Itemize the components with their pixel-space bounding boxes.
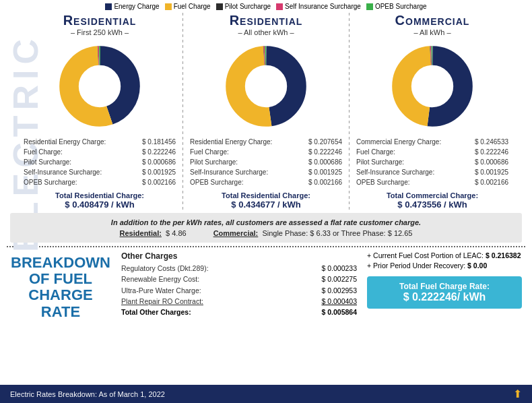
col3-title: Commercial (395, 13, 470, 28)
legend-energy-dot (105, 3, 112, 10)
chart-col-residential-first-250: Residential – First 250 kWh – (20, 13, 179, 210)
col2-charge-details: Residential Energy Charge:$ 0.207654 Fue… (187, 137, 345, 187)
legend-pilot-dot (216, 3, 223, 10)
col2-donut (222, 42, 310, 130)
col-divider-1 (182, 13, 183, 210)
footer-bar: Electric Rates Breakdown: As of March 1,… (0, 385, 532, 403)
oc-row-ultra-pure: Ultra-Pure Water Charge: $ 0.002953 (121, 285, 357, 296)
bottom-section: BREAKDOWN OF FUEL CHARGE RATE Other Char… (7, 246, 525, 323)
oc-row-regulatory: Regulatory Costs (Dkt.289): $ 0.000233 (121, 263, 357, 274)
legend-opeb: OPEB Surcharge (366, 3, 427, 10)
flat-rate-rates: Residential: $ 4.86 Commercial: Single P… (20, 229, 512, 237)
col2-subtitle: – All other kWh – (238, 28, 294, 36)
fuel-label-box: BREAKDOWN OF FUEL CHARGE RATE (7, 251, 114, 323)
col3-charge-details: Commercial Energy Charge:$ 0.246533 Fuel… (353, 137, 512, 187)
legend-self-insurance-label: Self Insurance Surcharge (285, 3, 361, 10)
oc-total-row: Total Other Charges: $ 0.005864 (121, 308, 357, 316)
prior-period-line: + Prior Period Under Recovery: $ 0.00 (367, 261, 522, 270)
flat-rate-notice-text: In addition to the per kWh rates, all cu… (20, 218, 512, 226)
chart-col-commercial: Commercial – All kWh – Commercial Energy… (353, 13, 512, 210)
col1-title: Residential (63, 13, 137, 28)
right-info-section: + Current Fuel Cost Portion of LEAC: $ 0… (364, 251, 525, 323)
commercial-rate: Commercial: Single Phase: $ 6.33 or Thre… (213, 229, 413, 237)
legend-self-insurance: Self Insurance Surcharge (276, 3, 361, 10)
fuel-label-title: BREAKDOWN OF FUEL CHARGE RATE (10, 255, 111, 320)
legend-self-insurance-dot (276, 3, 283, 10)
legend-fuel-charge: Fuel Charge (165, 3, 211, 10)
legend-pilot-label: Pilot Surcharge (225, 3, 271, 10)
chart-col-residential-all-other: Residential – All other kWh – Residentia… (187, 13, 345, 210)
svg-point-11 (251, 71, 281, 101)
legend-opeb-dot (366, 3, 373, 10)
other-charges-table: Regulatory Costs (Dkt.289): $ 0.000233 R… (121, 263, 357, 316)
legend-row: Energy Charge Fuel Charge Pilot Surcharg… (0, 0, 532, 13)
col1-donut-svg (56, 42, 143, 130)
oc-row-renewable: Renewable Energy Cost: $ 0.002275 (121, 274, 357, 284)
col3-total-label: Total Commercial Charge: $ 0.473556 / kW… (387, 191, 478, 210)
legend-fuel-dot (165, 3, 172, 10)
residential-rate: Residential: $ 4.86 (120, 229, 187, 237)
legend-energy-label: Energy Charge (114, 3, 159, 10)
leac-line: + Current Fuel Cost Portion of LEAC: $ 0… (367, 251, 522, 259)
total-fuel-label: Total Fuel Charge Rate: (375, 282, 514, 291)
charts-row: Residential – First 250 kWh – (0, 13, 532, 210)
total-fuel-box: Total Fuel Charge Rate: $ 0.222246/ kWh (367, 276, 522, 309)
col1-subtitle: – First 250 kWh – (71, 28, 129, 36)
col3-donut-svg (389, 42, 476, 130)
main-container: ELECTRIC Energy Charge Fuel Charge Pilot… (0, 0, 532, 403)
legend-opeb-label: OPEB Surcharge (375, 3, 427, 10)
flat-rate-notice: In addition to the per kWh rates, all cu… (10, 213, 522, 243)
col-divider-2 (349, 13, 350, 210)
col1-total-label: Total Residential Charge: $ 0.408479 / k… (55, 191, 144, 210)
other-charges-section: Other Charges Regulatory Costs (Dkt.289)… (114, 251, 364, 323)
legend-fuel-label: Fuel Charge (174, 3, 211, 10)
total-fuel-value: $ 0.222246/ kWh (375, 291, 514, 303)
col2-donut-svg (222, 42, 310, 130)
col1-charge-details: Residential Energy Charge:$ 0.181456 Fue… (20, 137, 179, 187)
svg-point-5 (85, 71, 114, 101)
footer-text: Electric Rates Breakdown: As of March 1,… (10, 390, 165, 398)
svg-point-17 (418, 71, 447, 101)
col3-donut (389, 42, 476, 130)
col1-donut (56, 42, 143, 130)
legend-energy-charge: Energy Charge (105, 3, 159, 10)
col2-total-label: Total Residential Charge: $ 0.434677 / k… (222, 191, 310, 210)
other-charges-title: Other Charges (121, 251, 357, 261)
footer-icon: ⬆ (513, 388, 522, 400)
col3-subtitle: – All kWh – (413, 28, 451, 36)
legend-pilot-surcharge: Pilot Surcharge (216, 3, 271, 10)
oc-row-plant-repair: Plant Repair RO Contract: $ 0.000403 (121, 296, 357, 307)
col2-title: Residential (230, 13, 303, 28)
